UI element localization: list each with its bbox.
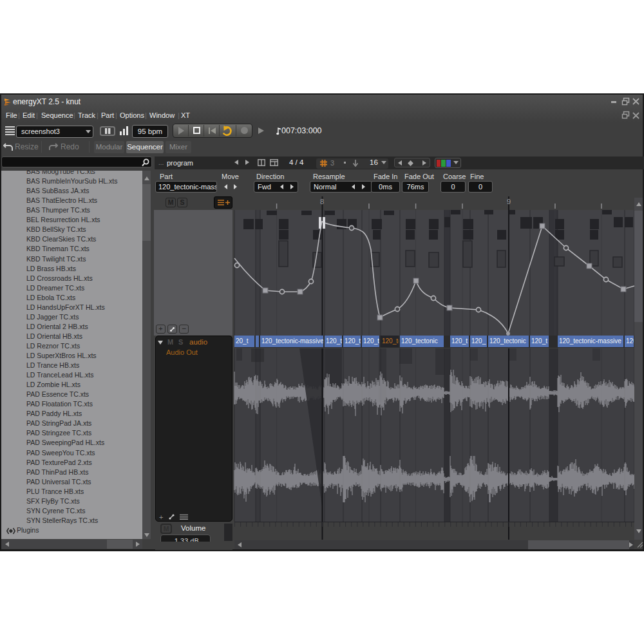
svg-text:8: 8 [320, 198, 324, 205]
svg-text:9: 9 [507, 198, 511, 205]
